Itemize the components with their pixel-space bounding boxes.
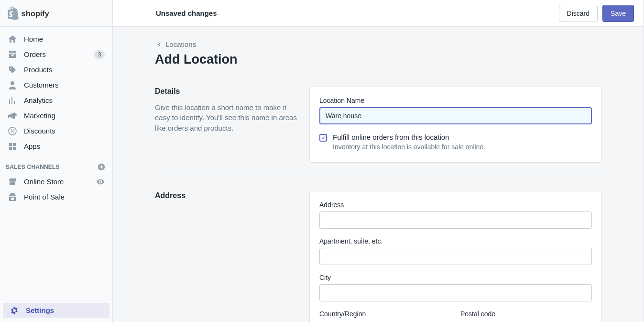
home-icon bbox=[8, 34, 17, 44]
address-heading: Address bbox=[155, 191, 298, 200]
city-label: City bbox=[319, 274, 592, 281]
main-content: Locations Add Location Details Give this… bbox=[113, 27, 644, 322]
discounts-icon bbox=[8, 126, 17, 136]
fulfill-option: Fulfill online orders from this location… bbox=[319, 133, 592, 151]
check-icon bbox=[321, 135, 326, 140]
details-card: Location Name Fulfill online orders from… bbox=[310, 87, 601, 162]
products-icon bbox=[8, 65, 17, 75]
nav-products[interactable]: Products bbox=[1, 62, 111, 78]
city-input[interactable] bbox=[319, 284, 592, 301]
apps-icon bbox=[8, 142, 17, 151]
nav-label: Home bbox=[24, 34, 43, 44]
nav-label: Products bbox=[24, 65, 52, 75]
orders-badge: 3 bbox=[94, 50, 105, 59]
details-description: Give this location a short name to make … bbox=[155, 102, 298, 133]
country-label: Country/Region bbox=[319, 310, 451, 318]
postal-label: Postal code bbox=[460, 310, 592, 318]
customers-icon bbox=[8, 80, 17, 90]
nav-label: Online Store bbox=[24, 177, 64, 187]
breadcrumb-label: Locations bbox=[165, 40, 196, 48]
marketing-icon bbox=[8, 111, 17, 121]
primary-nav: Home Orders 3 Products Customers Analy bbox=[0, 27, 112, 303]
nav-orders[interactable]: Orders 3 bbox=[1, 47, 111, 62]
orders-icon bbox=[8, 50, 17, 59]
address-input[interactable] bbox=[319, 211, 592, 229]
nav-marketing[interactable]: Marketing bbox=[1, 108, 111, 123]
nav-home[interactable]: Home bbox=[1, 32, 111, 47]
nav-label: Point of Sale bbox=[24, 192, 65, 202]
channel-online-store[interactable]: Online Store bbox=[1, 174, 111, 189]
page-title: Add Location bbox=[155, 52, 601, 67]
discard-button[interactable]: Discard bbox=[559, 5, 598, 22]
channel-point-of-sale[interactable]: Point of Sale bbox=[1, 189, 111, 205]
settings-icon bbox=[10, 306, 19, 315]
sidebar: shopify Home Orders 3 Products bbox=[0, 0, 113, 322]
apt-input[interactable] bbox=[319, 248, 592, 265]
unsaved-changes-label: Unsaved changes bbox=[156, 9, 217, 17]
brand-logo[interactable]: shopify bbox=[0, 0, 112, 27]
sidebar-footer: Settings bbox=[0, 303, 112, 322]
plus-circle-icon bbox=[97, 163, 106, 171]
nav-analytics[interactable]: Analytics bbox=[1, 93, 111, 108]
analytics-icon bbox=[8, 96, 17, 105]
topbar-actions: Discard Save bbox=[559, 5, 634, 22]
nav-customers[interactable]: Customers bbox=[1, 78, 111, 93]
shopify-logo-icon: shopify bbox=[8, 6, 57, 21]
location-name-input[interactable] bbox=[319, 107, 592, 124]
view-store-button[interactable] bbox=[96, 178, 105, 186]
pos-icon bbox=[8, 192, 17, 202]
add-channel-button[interactable] bbox=[97, 163, 106, 171]
details-section: Details Give this location a short name … bbox=[155, 79, 601, 170]
details-heading: Details bbox=[155, 87, 298, 96]
heading-label: SALES CHANNELS bbox=[6, 164, 60, 170]
eye-icon bbox=[96, 178, 105, 186]
chevron-left-icon bbox=[156, 41, 163, 48]
nav-label: Discounts bbox=[24, 126, 55, 136]
breadcrumb-back[interactable]: Locations bbox=[156, 40, 196, 48]
online-store-icon bbox=[8, 177, 17, 187]
address-label: Address bbox=[319, 201, 592, 209]
nav-label: Apps bbox=[24, 142, 40, 151]
nav-settings[interactable]: Settings bbox=[3, 303, 109, 318]
topbar: Unsaved changes Discard Save bbox=[113, 0, 644, 27]
apt-label: Apartment, suite, etc. bbox=[319, 237, 592, 245]
sales-channels-heading: SALES CHANNELS bbox=[0, 154, 112, 174]
save-button[interactable]: Save bbox=[602, 5, 634, 22]
address-section: Address Address Apartment, suite, etc. C… bbox=[155, 174, 601, 322]
location-name-label: Location Name bbox=[319, 97, 592, 104]
nav-label: Customers bbox=[24, 80, 59, 90]
fulfill-subtext: Inventory at this location is available … bbox=[333, 143, 485, 151]
svg-text:shopify: shopify bbox=[22, 9, 50, 18]
address-card: Address Apartment, suite, etc. City Coun… bbox=[310, 191, 601, 322]
nav-label: Settings bbox=[26, 306, 54, 315]
nav-label: Marketing bbox=[24, 111, 55, 121]
nav-apps[interactable]: Apps bbox=[1, 139, 111, 154]
fulfill-checkbox[interactable] bbox=[319, 134, 327, 142]
nav-discounts[interactable]: Discounts bbox=[1, 123, 111, 139]
nav-label: Orders bbox=[24, 50, 46, 59]
fulfill-label: Fulfill online orders from this location bbox=[333, 133, 485, 141]
nav-label: Analytics bbox=[24, 96, 53, 105]
